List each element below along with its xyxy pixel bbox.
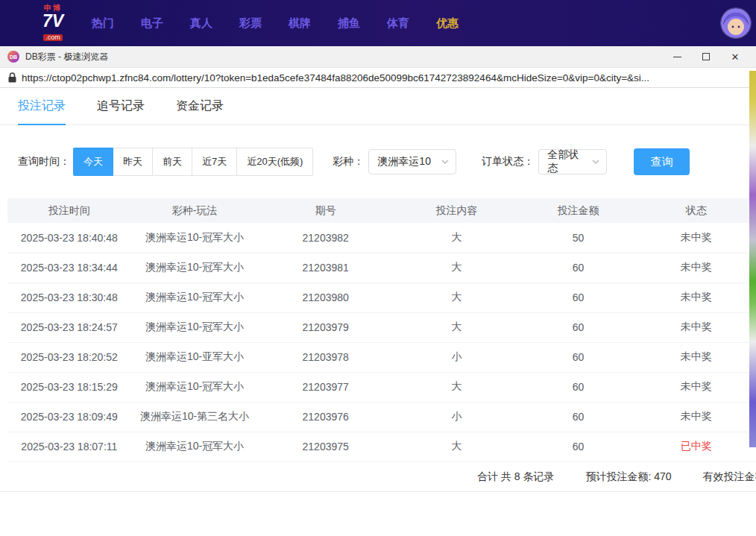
column-header-投注时间: 投注时间 <box>7 198 131 223</box>
time-filter-label: 查询时间： <box>18 155 70 168</box>
table-cell: 已中奖 <box>636 432 756 461</box>
site-top-bar: 申博 7V .com 热门电子真人彩票棋牌捕鱼体育优惠 <box>0 0 756 46</box>
time-filter-今天[interactable]: 今天 <box>73 148 113 176</box>
table-cell: 未中奖 <box>636 283 756 312</box>
table-cell: 21203976 <box>258 402 393 432</box>
order-status-label: 订单状态： <box>482 155 534 168</box>
table-cell: 澳洲幸运10-第三名大小 <box>131 402 259 432</box>
nav-item-捕鱼[interactable]: 捕鱼 <box>338 16 360 31</box>
tab-追号记录[interactable]: 追号记录 <box>97 88 145 125</box>
table-cell: 2025-03-23 18:24:57 <box>7 312 131 342</box>
table-body: 2025-03-23 18:40:48澳洲幸运10-冠军大小21203982大5… <box>7 223 756 461</box>
table-row: 2025-03-23 18:20:52澳洲幸运10-亚军大小21203978小6… <box>7 342 756 372</box>
nav-item-棋牌[interactable]: 棋牌 <box>289 16 311 31</box>
nav-item-电子[interactable]: 电子 <box>141 16 163 31</box>
table-cell: 大 <box>393 312 520 342</box>
nav-item-热门[interactable]: 热门 <box>92 16 114 31</box>
table-cell: 60 <box>520 283 637 312</box>
time-filter-group: 今天昨天前天近7天近20天(低频) <box>73 148 313 176</box>
lottery-select[interactable]: 澳洲幸运10 <box>368 149 456 174</box>
table-cell: 未中奖 <box>636 402 756 432</box>
nav-item-体育[interactable]: 体育 <box>387 16 409 31</box>
table-cell: 未中奖 <box>636 342 756 372</box>
table-cell: 未中奖 <box>636 312 756 342</box>
maximize-button[interactable] <box>700 51 712 63</box>
table-cell: 21203979 <box>258 312 393 342</box>
table-cell: 澳洲幸运10-亚军大小 <box>131 342 259 372</box>
column-header-投注内容: 投注内容 <box>393 198 520 223</box>
filter-bar: 查询时间： 今天昨天前天近7天近20天(低频) 彩种： 澳洲幸运10 订单状态：… <box>18 148 756 176</box>
url-text: https://ctop02pchwp1.zfnc84.com/lottery/… <box>22 72 649 83</box>
nav-item-真人[interactable]: 真人 <box>190 16 212 31</box>
table-cell: 2025-03-23 18:40:48 <box>7 223 131 253</box>
table-cell: 60 <box>520 402 637 432</box>
table-cell: 21203975 <box>258 432 393 461</box>
table-cell: 澳洲幸运10-冠军大小 <box>131 312 259 342</box>
table-cell: 60 <box>520 342 637 372</box>
table-cell: 21203981 <box>258 253 393 283</box>
tab-资金记录[interactable]: 资金记录 <box>176 88 224 125</box>
table-cell: 2025-03-23 18:09:49 <box>7 402 131 432</box>
table-cell: 澳洲幸运10-冠军大小 <box>131 253 259 283</box>
bet-records-table: 投注时间彩种-玩法期号投注内容投注金额状态 2025-03-23 18:40:4… <box>7 198 756 462</box>
table-cell: 大 <box>393 372 520 402</box>
lottery-filter-label: 彩种： <box>333 155 364 168</box>
record-tabs: 投注记录追号记录资金记录 <box>0 88 756 125</box>
valid-amount-text: 有效投注金额 <box>703 470 756 484</box>
table-row: 2025-03-23 18:07:11澳洲幸运10-冠军大小21203975大6… <box>7 432 756 461</box>
top-nav: 热门电子真人彩票棋牌捕鱼体育优惠 <box>92 16 459 31</box>
browser-title-bar: DB DB彩票 - 极速浏览器 ✕ <box>0 46 756 68</box>
table-cell: 大 <box>393 432 520 461</box>
nav-item-彩票[interactable]: 彩票 <box>239 16 262 31</box>
background-page-peek <box>749 71 756 447</box>
tab-投注记录[interactable]: 投注记录 <box>18 88 66 125</box>
summary-footer-text: 合计 共 8 条记录 预计投注金额: 470 有效投注金额 <box>477 462 756 492</box>
table-cell: 大 <box>393 223 520 253</box>
close-icon: ✕ <box>731 52 740 62</box>
browser-app-icon: DB <box>7 51 19 63</box>
table-cell: 60 <box>520 372 637 402</box>
table-row: 2025-03-23 18:40:48澳洲幸运10-冠军大小21203982大5… <box>7 223 756 253</box>
table-cell: 小 <box>393 402 520 432</box>
table-cell: 21203980 <box>258 283 393 312</box>
user-avatar[interactable] <box>721 8 751 38</box>
time-filter-近20天(低频)[interactable]: 近20天(低频) <box>236 148 313 176</box>
table-row: 2025-03-23 18:24:57澳洲幸运10-冠军大小21203979大6… <box>7 312 756 342</box>
table-cell: 未中奖 <box>636 253 756 283</box>
lottery-select-value: 澳洲幸运10 <box>377 155 431 168</box>
order-status-value: 全部状态 <box>547 148 588 175</box>
site-logo[interactable]: 申博 7V .com <box>34 4 72 42</box>
table-cell: 21203978 <box>258 342 393 372</box>
time-filter-近7天[interactable]: 近7天 <box>192 148 237 176</box>
close-button[interactable]: ✕ <box>729 51 741 63</box>
table-cell: 2025-03-23 18:20:52 <box>7 342 131 372</box>
table-cell: 50 <box>520 223 637 253</box>
logo-main-text: 7V <box>34 13 72 30</box>
table-cell: 2025-03-23 18:30:48 <box>7 283 131 312</box>
nav-item-优惠[interactable]: 优惠 <box>436 16 459 31</box>
table-cell: 小 <box>393 342 520 372</box>
total-records-text: 合计 共 8 条记录 <box>477 470 554 484</box>
order-status-select[interactable]: 全部状态 <box>538 149 607 174</box>
maximize-icon <box>702 53 710 60</box>
table-cell: 2025-03-23 18:07:11 <box>7 432 131 461</box>
table-cell: 2025-03-23 18:34:44 <box>7 253 131 283</box>
table-cell: 澳洲幸运10-冠军大小 <box>131 223 259 253</box>
table-cell: 大 <box>393 253 520 283</box>
table-header-row: 投注时间彩种-玩法期号投注内容投注金额状态 <box>7 198 756 223</box>
table-cell: 21203982 <box>258 223 393 253</box>
search-button[interactable]: 查询 <box>634 148 690 175</box>
table-cell: 60 <box>520 253 637 283</box>
lock-icon <box>8 72 16 83</box>
address-bar[interactable]: https://ctop02pchwp1.zfnc84.com/lottery/… <box>0 68 756 88</box>
time-filter-前天[interactable]: 前天 <box>152 148 192 176</box>
table-cell: 澳洲幸运10-冠军大小 <box>131 283 259 312</box>
table-row: 2025-03-23 18:15:29澳洲幸运10-冠军大小21203977大6… <box>7 372 756 402</box>
minimize-button[interactable] <box>671 51 683 63</box>
time-filter-昨天[interactable]: 昨天 <box>113 148 153 176</box>
table-cell: 60 <box>520 432 637 461</box>
window-title: DB彩票 - 极速浏览器 <box>25 51 108 63</box>
column-header-状态: 状态 <box>636 198 756 223</box>
summary-footer: 合计 共 8 条记录 预计投注金额: 470 有效投注金额 <box>0 462 756 492</box>
logo-sub-text: .com <box>43 34 63 41</box>
